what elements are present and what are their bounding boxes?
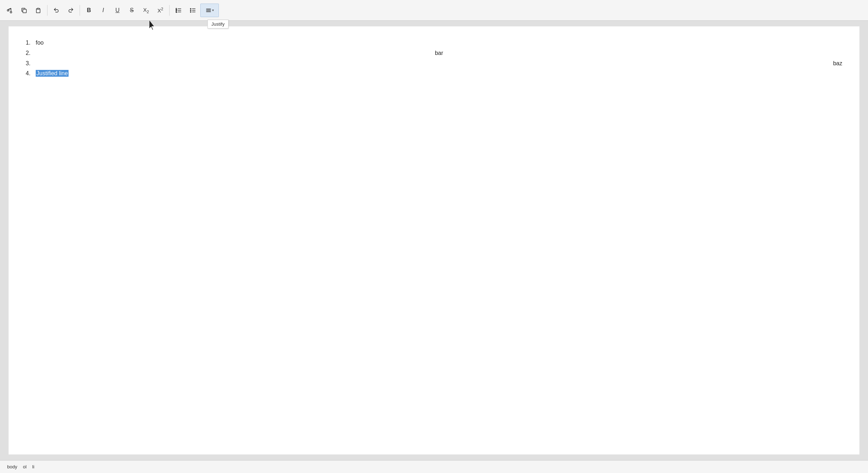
list-content-4: Justified line — [36, 68, 842, 79]
redo-button[interactable] — [64, 4, 77, 17]
editor-wrapper: B I U S X2 X2 1. 2 — [0, 0, 868, 473]
bold-label: B — [87, 7, 91, 14]
svg-point-11 — [190, 8, 191, 9]
toolbar: B I U S X2 X2 1. 2 — [0, 0, 868, 21]
svg-point-12 — [190, 10, 191, 10]
justify-dropdown-button[interactable]: ▾ Justify — [200, 4, 219, 17]
undo-icon — [53, 7, 60, 14]
status-li[interactable]: li — [31, 463, 36, 470]
underline-label: U — [115, 7, 120, 14]
list-number-2: 2. — [26, 48, 36, 59]
status-body[interactable]: body — [6, 463, 19, 470]
unordered-list-button[interactable] — [186, 4, 200, 17]
status-bar: body ol li — [0, 460, 868, 473]
cut-icon — [6, 7, 13, 14]
ordered-list-icon: 1. 2. 3. — [175, 7, 182, 14]
list-item: 3. baz — [26, 59, 842, 69]
unordered-list-icon — [190, 7, 196, 14]
bold-button[interactable]: B — [82, 4, 96, 17]
list-item: 4. Justified line — [26, 68, 842, 79]
editor-list: 1. foo 2. bar 3. baz 4. Justified line — [26, 38, 842, 79]
underline-button[interactable]: U — [111, 4, 124, 17]
separator-3 — [169, 5, 170, 16]
status-ol[interactable]: ol — [21, 463, 28, 470]
svg-point-13 — [190, 11, 191, 12]
cut-button[interactable] — [3, 4, 16, 17]
copy-icon — [21, 7, 27, 14]
copy-button[interactable] — [17, 4, 31, 17]
italic-label: I — [102, 7, 104, 14]
svg-rect-1 — [37, 8, 39, 9]
list-number-1: 1. — [26, 38, 36, 48]
list-number-3: 3. — [26, 59, 36, 69]
redo-icon — [67, 7, 74, 14]
paste-button[interactable] — [31, 4, 45, 17]
list-content-3: baz — [36, 59, 842, 69]
strikethrough-button[interactable]: S — [125, 4, 139, 17]
editor-page[interactable]: 1. foo 2. bar 3. baz 4. Justified line — [9, 26, 859, 454]
list-number-4: 4. — [26, 68, 36, 79]
separator-1 — [47, 5, 47, 16]
paste-icon — [35, 7, 41, 14]
superscript-label: X2 — [157, 7, 163, 14]
separator-2 — [80, 5, 80, 16]
dropdown-arrow: ▾ — [212, 8, 214, 12]
list-item: 1. foo — [26, 38, 842, 48]
superscript-button[interactable]: X2 — [154, 4, 167, 17]
editor-content-wrapper[interactable]: 1. foo 2. bar 3. baz 4. Justified line — [0, 21, 868, 460]
cursor-overlay — [148, 21, 156, 32]
strike-label: S — [130, 7, 134, 14]
subscript-label: X2 — [143, 7, 149, 14]
svg-text:3.: 3. — [176, 11, 177, 12]
selected-text: Justified line — [36, 70, 69, 77]
ordered-list-button[interactable]: 1. 2. 3. — [172, 4, 185, 17]
subscript-button[interactable]: X2 — [139, 4, 153, 17]
list-content-2: bar — [36, 48, 842, 59]
svg-rect-0 — [23, 9, 26, 13]
italic-button[interactable]: I — [96, 4, 110, 17]
list-item: 2. bar — [26, 48, 842, 59]
undo-button[interactable] — [50, 4, 63, 17]
list-content-1: foo — [36, 38, 842, 48]
justify-icon — [206, 7, 211, 13]
